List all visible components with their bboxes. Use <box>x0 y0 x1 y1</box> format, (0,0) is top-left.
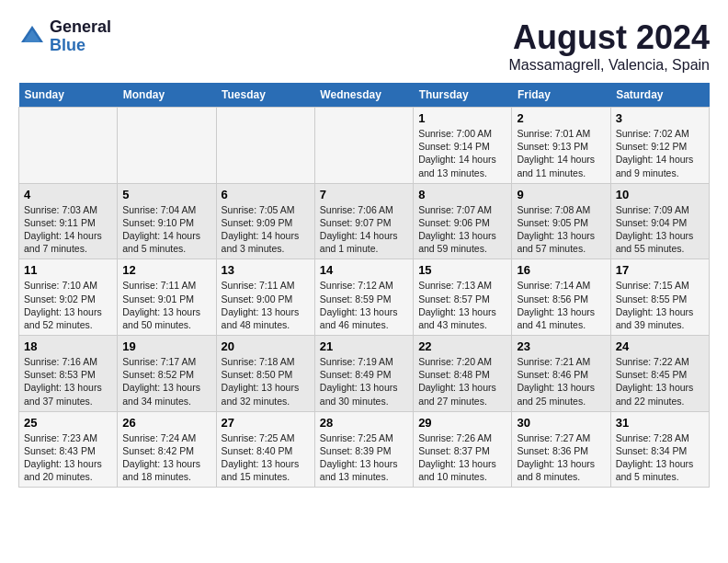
cell-sun-info: Sunrise: 7:09 AM Sunset: 9:04 PM Dayligh… <box>616 203 704 256</box>
day-number: 10 <box>616 188 704 201</box>
calendar-cell <box>314 108 413 184</box>
day-number: 23 <box>517 339 605 353</box>
logo-line1: General <box>50 18 111 37</box>
cell-sun-info: Sunrise: 7:25 AM Sunset: 8:40 PM Dayligh… <box>222 431 310 484</box>
cell-sun-info: Sunrise: 7:02 AM Sunset: 9:12 PM Dayligh… <box>616 127 704 179</box>
cell-sun-info: Sunrise: 7:22 AM Sunset: 8:45 PM Dayligh… <box>616 355 704 408</box>
title-block: August 2024 Massamagrell, Valencia, Spai… <box>509 18 710 74</box>
cell-sun-info: Sunrise: 7:11 AM Sunset: 9:01 PM Dayligh… <box>122 279 210 331</box>
cell-sun-info: Sunrise: 7:25 AM Sunset: 8:39 PM Dayligh… <box>320 431 408 484</box>
weekday-header: Thursday <box>414 83 512 108</box>
day-number: 14 <box>320 263 408 277</box>
calendar-cell: 7Sunrise: 7:06 AM Sunset: 9:07 PM Daylig… <box>314 183 413 259</box>
calendar-table: SundayMondayTuesdayWednesdayThursdayFrid… <box>18 83 710 488</box>
calendar-cell: 23Sunrise: 7:21 AM Sunset: 8:46 PM Dayli… <box>512 336 610 412</box>
day-number: 27 <box>222 416 310 430</box>
calendar-cell: 28Sunrise: 7:25 AM Sunset: 8:39 PM Dayli… <box>314 411 413 488</box>
day-number: 15 <box>418 263 506 277</box>
page-header: General Blue August 2024 Massamagrell, V… <box>18 18 710 74</box>
calendar-cell: 29Sunrise: 7:26 AM Sunset: 8:37 PM Dayli… <box>414 411 512 488</box>
calendar-cell: 30Sunrise: 7:27 AM Sunset: 8:36 PM Dayli… <box>512 411 610 488</box>
calendar-cell: 20Sunrise: 7:18 AM Sunset: 8:50 PM Dayli… <box>216 336 314 412</box>
calendar-cell: 1Sunrise: 7:00 AM Sunset: 9:14 PM Daylig… <box>414 108 512 184</box>
calendar-cell: 14Sunrise: 7:12 AM Sunset: 8:59 PM Dayli… <box>314 259 413 336</box>
day-number: 29 <box>418 416 506 430</box>
cell-sun-info: Sunrise: 7:04 AM Sunset: 9:10 PM Dayligh… <box>122 203 210 256</box>
calendar-cell: 8Sunrise: 7:07 AM Sunset: 9:06 PM Daylig… <box>414 183 512 259</box>
day-number: 22 <box>418 339 506 353</box>
calendar-cell: 17Sunrise: 7:15 AM Sunset: 8:55 PM Dayli… <box>610 259 709 336</box>
location: Massamagrell, Valencia, Spain <box>509 57 710 74</box>
logo-line2: Blue <box>50 37 111 55</box>
cell-sun-info: Sunrise: 7:28 AM Sunset: 8:34 PM Dayligh… <box>616 431 704 484</box>
cell-sun-info: Sunrise: 7:03 AM Sunset: 9:11 PM Dayligh… <box>24 203 112 256</box>
calendar-cell <box>118 108 216 184</box>
cell-sun-info: Sunrise: 7:11 AM Sunset: 9:00 PM Dayligh… <box>222 279 310 331</box>
day-number: 9 <box>517 188 605 201</box>
day-number: 25 <box>24 416 112 430</box>
cell-sun-info: Sunrise: 7:10 AM Sunset: 9:02 PM Dayligh… <box>24 279 112 331</box>
cell-sun-info: Sunrise: 7:21 AM Sunset: 8:46 PM Dayligh… <box>517 355 605 408</box>
cell-sun-info: Sunrise: 7:15 AM Sunset: 8:55 PM Dayligh… <box>616 279 704 331</box>
weekday-header: Sunday <box>19 83 118 108</box>
calendar-week-row: 25Sunrise: 7:23 AM Sunset: 8:43 PM Dayli… <box>19 411 710 488</box>
cell-sun-info: Sunrise: 7:24 AM Sunset: 8:42 PM Dayligh… <box>122 431 210 484</box>
cell-sun-info: Sunrise: 7:05 AM Sunset: 9:09 PM Dayligh… <box>222 203 310 256</box>
day-number: 16 <box>517 263 605 277</box>
calendar-cell: 26Sunrise: 7:24 AM Sunset: 8:42 PM Dayli… <box>118 411 216 488</box>
calendar-cell: 19Sunrise: 7:17 AM Sunset: 8:52 PM Dayli… <box>118 336 216 412</box>
cell-sun-info: Sunrise: 7:27 AM Sunset: 8:36 PM Dayligh… <box>517 431 605 484</box>
calendar-cell: 13Sunrise: 7:11 AM Sunset: 9:00 PM Dayli… <box>216 259 314 336</box>
day-number: 20 <box>222 339 310 353</box>
weekday-header: Friday <box>512 83 610 108</box>
weekday-header: Monday <box>118 83 216 108</box>
calendar-cell: 10Sunrise: 7:09 AM Sunset: 9:04 PM Dayli… <box>610 183 709 259</box>
day-number: 8 <box>418 188 506 201</box>
cell-sun-info: Sunrise: 7:23 AM Sunset: 8:43 PM Dayligh… <box>24 431 112 484</box>
calendar-cell: 6Sunrise: 7:05 AM Sunset: 9:09 PM Daylig… <box>216 183 314 259</box>
calendar-cell: 4Sunrise: 7:03 AM Sunset: 9:11 PM Daylig… <box>19 183 118 259</box>
calendar-cell: 11Sunrise: 7:10 AM Sunset: 9:02 PM Dayli… <box>19 259 118 336</box>
cell-sun-info: Sunrise: 7:17 AM Sunset: 8:52 PM Dayligh… <box>122 355 210 408</box>
calendar-cell: 21Sunrise: 7:19 AM Sunset: 8:49 PM Dayli… <box>314 336 413 412</box>
day-number: 18 <box>24 339 112 353</box>
calendar-cell: 5Sunrise: 7:04 AM Sunset: 9:10 PM Daylig… <box>118 183 216 259</box>
cell-sun-info: Sunrise: 7:18 AM Sunset: 8:50 PM Dayligh… <box>222 355 310 408</box>
calendar-cell: 22Sunrise: 7:20 AM Sunset: 8:48 PM Dayli… <box>414 336 512 412</box>
calendar-week-row: 18Sunrise: 7:16 AM Sunset: 8:53 PM Dayli… <box>19 336 710 412</box>
calendar-week-row: 4Sunrise: 7:03 AM Sunset: 9:11 PM Daylig… <box>19 183 710 259</box>
weekday-header: Wednesday <box>314 83 413 108</box>
weekday-header: Tuesday <box>216 83 314 108</box>
day-number: 1 <box>418 111 506 125</box>
month-title: August 2024 <box>509 18 710 57</box>
day-number: 31 <box>616 416 704 430</box>
cell-sun-info: Sunrise: 7:20 AM Sunset: 8:48 PM Dayligh… <box>418 355 506 408</box>
cell-sun-info: Sunrise: 7:19 AM Sunset: 8:49 PM Dayligh… <box>320 355 408 408</box>
calendar-cell <box>216 108 314 184</box>
day-number: 13 <box>222 263 310 277</box>
day-number: 3 <box>616 111 704 125</box>
day-number: 11 <box>24 263 112 277</box>
calendar-cell: 24Sunrise: 7:22 AM Sunset: 8:45 PM Dayli… <box>610 336 709 412</box>
day-number: 5 <box>122 188 210 201</box>
cell-sun-info: Sunrise: 7:16 AM Sunset: 8:53 PM Dayligh… <box>24 355 112 408</box>
calendar-cell: 9Sunrise: 7:08 AM Sunset: 9:05 PM Daylig… <box>512 183 610 259</box>
day-number: 17 <box>616 263 704 277</box>
cell-sun-info: Sunrise: 7:06 AM Sunset: 9:07 PM Dayligh… <box>320 203 408 256</box>
cell-sun-info: Sunrise: 7:07 AM Sunset: 9:06 PM Dayligh… <box>418 203 506 256</box>
day-number: 30 <box>517 416 605 430</box>
weekday-header: Saturday <box>610 83 709 108</box>
day-number: 6 <box>222 188 310 201</box>
logo-icon <box>18 23 46 51</box>
cell-sun-info: Sunrise: 7:12 AM Sunset: 8:59 PM Dayligh… <box>320 279 408 331</box>
calendar-cell: 27Sunrise: 7:25 AM Sunset: 8:40 PM Dayli… <box>216 411 314 488</box>
weekday-header-row: SundayMondayTuesdayWednesdayThursdayFrid… <box>19 83 710 108</box>
calendar-week-row: 11Sunrise: 7:10 AM Sunset: 9:02 PM Dayli… <box>19 259 710 336</box>
day-number: 12 <box>122 263 210 277</box>
day-number: 24 <box>616 339 704 353</box>
calendar-cell <box>19 108 118 184</box>
day-number: 19 <box>122 339 210 353</box>
day-number: 4 <box>24 188 112 201</box>
day-number: 2 <box>517 111 605 125</box>
calendar-cell: 15Sunrise: 7:13 AM Sunset: 8:57 PM Dayli… <box>414 259 512 336</box>
